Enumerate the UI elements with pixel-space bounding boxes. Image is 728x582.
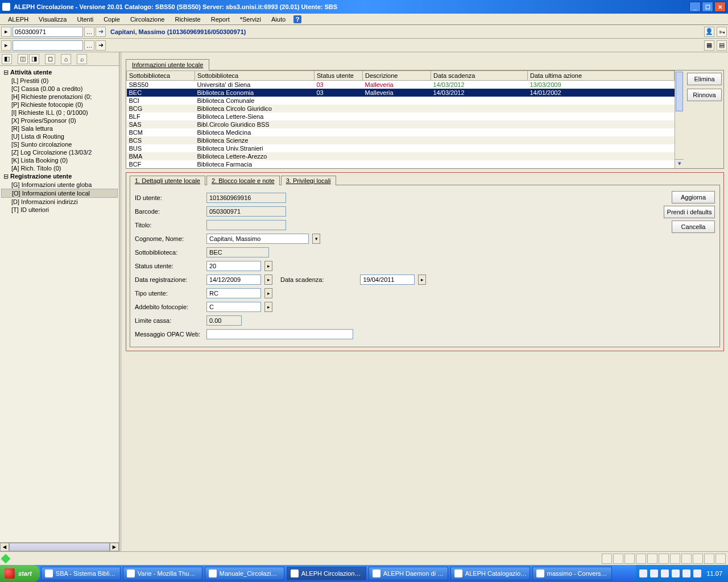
status-picker-icon[interactable]: ▸ xyxy=(264,261,272,271)
tree-item[interactable]: [G] Informazioni utente globa xyxy=(1,181,118,189)
tree-item[interactable]: [D] Informazioni indirizzi xyxy=(1,198,118,206)
field-status[interactable] xyxy=(206,261,261,271)
task-button[interactable]: ALEPH Catalogazio… xyxy=(450,567,530,580)
menu-richieste[interactable]: Richieste xyxy=(170,15,205,24)
tree-item[interactable]: [A] Rich. Titolo (0) xyxy=(1,164,118,172)
table-row[interactable]: BCSBiblioteca Scienze xyxy=(127,136,675,144)
table-vscroll[interactable]: ▾ xyxy=(675,70,684,168)
status-icon-8[interactable] xyxy=(681,554,692,564)
table-row[interactable]: BCMBiblioteca Medicina xyxy=(127,128,675,136)
defaults-button[interactable]: Prendi i defaults xyxy=(664,206,715,218)
tray-icon[interactable] xyxy=(650,569,658,577)
tree-icon-5[interactable]: ⌂ xyxy=(61,54,71,64)
go-icon[interactable]: ➜ xyxy=(96,27,106,37)
tray-icon[interactable] xyxy=(639,569,647,577)
grid-icon[interactable]: ▦ xyxy=(704,40,714,51)
status-icon-2[interactable] xyxy=(613,554,623,564)
table-row[interactable]: BLFBiblioteca Lettere-Siena xyxy=(127,113,675,120)
tray-icon[interactable] xyxy=(672,569,680,577)
col-header[interactable]: Data scadenza xyxy=(431,71,528,81)
tree-item[interactable]: [P] Richieste fotocopie (0) xyxy=(1,101,118,109)
nome-picker-icon[interactable]: ▾ xyxy=(312,234,320,244)
left-hscroll[interactable]: ◄► xyxy=(0,542,119,551)
maximize-button[interactable]: ☐ xyxy=(702,2,713,12)
field-data-scad[interactable] xyxy=(360,275,415,285)
status-icon-3[interactable] xyxy=(624,554,635,564)
tree-item[interactable]: [H] Richieste prenotazioni (0; xyxy=(1,93,118,101)
go2-icon[interactable]: ➜ xyxy=(96,40,106,51)
field-titolo[interactable] xyxy=(206,220,286,230)
col-header[interactable]: Sottobiblioteca xyxy=(195,71,315,81)
menu-report[interactable]: Report xyxy=(206,15,234,24)
tree-item[interactable]: [L] Prestiti (0) xyxy=(1,77,118,85)
tree-item[interactable]: [R] Sala lettura xyxy=(1,124,118,132)
tree-item[interactable]: [Z] Log Circolazione (13/03/2 xyxy=(1,148,118,156)
table-row[interactable]: BCGBiblioteca Circolo Giuridico xyxy=(127,105,675,113)
task-button[interactable]: SBA - Sistema Bibli… xyxy=(41,567,121,580)
rinnova-button[interactable]: Rinnova xyxy=(687,89,722,101)
tab-blocco-note[interactable]: 2. Blocco locale e note xyxy=(206,176,280,185)
tree-icon-2[interactable]: ◫ xyxy=(18,54,28,64)
menu-servizi[interactable]: *Servizi xyxy=(235,15,266,24)
col-header[interactable]: Status utente xyxy=(315,71,363,81)
menu-utenti[interactable]: Utenti xyxy=(72,15,98,24)
tab-dettagli-utente[interactable]: 1. Dettagli utente locale xyxy=(130,176,205,185)
menu-aleph[interactable]: ALEPH xyxy=(3,15,33,24)
nav-icon[interactable]: ▸ xyxy=(1,27,11,37)
task-button[interactable]: massimo - Convers… xyxy=(532,567,612,580)
user-icon[interactable]: 👤 xyxy=(704,27,714,37)
status-icon-5[interactable] xyxy=(647,554,657,564)
nav2-icon[interactable]: ▸ xyxy=(1,40,11,51)
tree-item[interactable]: [C] Cassa (0.00 a credito) xyxy=(1,85,118,93)
key-icon[interactable]: 🗝 xyxy=(717,27,727,37)
tray-icon[interactable] xyxy=(693,569,701,577)
navigation-tree[interactable]: Attività utente [L] Prestiti (0)[C] Cass… xyxy=(0,66,119,542)
field-data-reg[interactable] xyxy=(206,275,261,285)
status-icon-4[interactable] xyxy=(636,554,646,564)
tree-item[interactable]: [X] Proxies/Sponsor (0) xyxy=(1,117,118,124)
status-icon-6[interactable] xyxy=(659,554,669,564)
status-icon-1[interactable] xyxy=(602,554,612,564)
col-header[interactable]: Sottobiblioteca xyxy=(127,71,195,81)
field-addebito[interactable] xyxy=(206,302,261,312)
status-icon-9[interactable] xyxy=(693,554,703,564)
task-button[interactable]: ALEPH Daemon di … xyxy=(369,567,448,580)
status-icon-7[interactable] xyxy=(670,554,680,564)
col-header[interactable]: Descrizione xyxy=(363,71,431,81)
field-opac[interactable] xyxy=(206,329,353,339)
aggiorna-button[interactable]: Aggiorna xyxy=(672,191,715,203)
tree-item[interactable]: [S] Sunto circolazione xyxy=(1,140,118,148)
tree-item[interactable]: [K] Lista Booking (0) xyxy=(1,156,118,164)
table-row[interactable]: BCIBiblioteca Comunale xyxy=(127,97,675,105)
tree-item[interactable]: [I] Richieste ILL (0 ; 0/1000) xyxy=(1,109,118,117)
tree-icon-1[interactable]: ◧ xyxy=(2,54,12,64)
tray-icon[interactable] xyxy=(682,569,690,577)
task-button[interactable]: Varie - Mozilla Thu… xyxy=(123,567,202,580)
tree-item[interactable]: [O] Informazioni utente local xyxy=(1,189,118,198)
list-icon[interactable]: ▤ xyxy=(717,40,727,51)
field-tipo-utente[interactable] xyxy=(206,288,261,298)
table-row[interactable]: SASBibl.Circolo Giuridico BSS xyxy=(127,120,675,128)
field-nome[interactable] xyxy=(206,234,309,244)
task-button[interactable]: Manuale_Circolazi… xyxy=(205,567,284,580)
close-button[interactable]: ✕ xyxy=(714,2,726,12)
tree-icon-6[interactable]: ⌕ xyxy=(77,54,87,64)
reg-picker-icon[interactable]: ▸ xyxy=(264,275,272,285)
table-row[interactable]: BCFBiblioteca Farmacia xyxy=(127,160,675,168)
help-icon[interactable]: ? xyxy=(293,15,301,23)
tree-icon-4[interactable]: ◻ xyxy=(45,54,55,64)
addebito-picker-icon[interactable]: ▸ xyxy=(264,302,272,312)
col-header[interactable]: Data ultima azione xyxy=(528,71,675,81)
tree-root-registration[interactable]: Registrazione utente xyxy=(1,172,118,181)
tree-root-activity[interactable]: Attività utente xyxy=(1,68,118,77)
table-row[interactable]: BUSBiblioteca Univ.Stranieri xyxy=(127,144,675,152)
menu-circolazione[interactable]: Circolazione xyxy=(126,15,169,24)
status-icon-11[interactable] xyxy=(715,554,726,564)
tree-item[interactable]: [U] Lista di Routing xyxy=(1,132,118,140)
tab-privilegi[interactable]: 3. Privilegi locali xyxy=(281,176,336,185)
tray-icon[interactable] xyxy=(661,569,669,577)
menu-aiuto[interactable]: Aiuto xyxy=(267,15,290,24)
scad-picker-icon[interactable]: ▸ xyxy=(418,275,426,285)
sublibrary-table[interactable]: SottobibliotecaSottobibliotecaStatus ute… xyxy=(126,70,675,168)
lookup-icon[interactable]: … xyxy=(84,27,94,37)
